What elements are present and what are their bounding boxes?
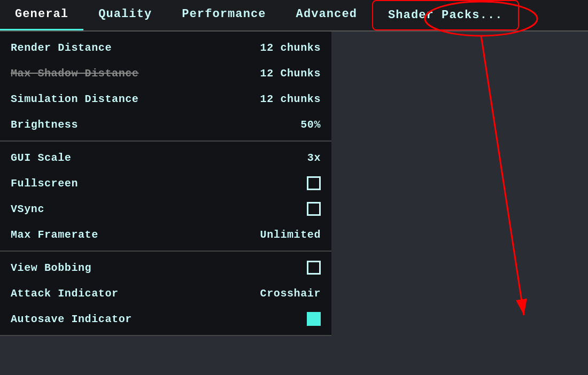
- label-autosave-indicator: Autosave Indicator: [11, 313, 132, 325]
- row-max-framerate[interactable]: Max Framerate Unlimited: [0, 222, 331, 247]
- label-max-shadow-distance: Max Shadow Distance: [11, 67, 138, 80]
- tabs-bar: General Quality Performance Advanced Sha…: [0, 0, 588, 32]
- checkbox-fullscreen[interactable]: [307, 176, 321, 190]
- checkbox-view-bobbing[interactable]: [307, 261, 321, 275]
- settings-panel: Render Distance 12 chunks Max Shadow Dis…: [0, 32, 331, 336]
- settings-group-render: Render Distance 12 chunks Max Shadow Dis…: [0, 32, 331, 142]
- value-max-framerate: Unlimited: [260, 229, 321, 241]
- tab-quality[interactable]: Quality: [83, 0, 167, 30]
- label-gui-scale: GUI Scale: [11, 152, 71, 164]
- value-simulation-distance: 12 chunks: [260, 93, 321, 105]
- label-vsync: VSync: [11, 203, 44, 215]
- main-container: General Quality Performance Advanced Sha…: [0, 0, 588, 375]
- tab-general[interactable]: General: [0, 0, 83, 30]
- row-vsync[interactable]: VSync: [0, 196, 331, 222]
- row-gui-scale[interactable]: GUI Scale 3x: [0, 145, 331, 170]
- tab-shader-packs[interactable]: Shader Packs...: [372, 0, 519, 30]
- label-fullscreen: Fullscreen: [11, 177, 78, 190]
- row-simulation-distance[interactable]: Simulation Distance 12 chunks: [0, 86, 331, 112]
- value-gui-scale: 3x: [307, 152, 321, 164]
- svg-line-1: [481, 36, 524, 315]
- label-simulation-distance: Simulation Distance: [11, 93, 138, 105]
- row-max-shadow-distance[interactable]: Max Shadow Distance 12 Chunks: [0, 60, 331, 86]
- tab-performance[interactable]: Performance: [167, 0, 281, 30]
- row-view-bobbing[interactable]: View Bobbing: [0, 255, 331, 280]
- label-attack-indicator: Attack Indicator: [11, 287, 119, 300]
- row-render-distance[interactable]: Render Distance 12 chunks: [0, 35, 331, 60]
- checkbox-autosave-indicator[interactable]: [307, 312, 321, 326]
- value-render-distance: 12 chunks: [260, 42, 321, 54]
- label-render-distance: Render Distance: [11, 42, 112, 54]
- row-brightness[interactable]: Brightness 50%: [0, 112, 331, 137]
- row-fullscreen[interactable]: Fullscreen: [0, 170, 331, 196]
- row-autosave-indicator[interactable]: Autosave Indicator: [0, 306, 331, 332]
- value-brightness: 50%: [300, 119, 321, 131]
- value-attack-indicator: Crosshair: [260, 287, 321, 300]
- settings-group-display: GUI Scale 3x Fullscreen VSync Max Framer…: [0, 142, 331, 252]
- row-attack-indicator[interactable]: Attack Indicator Crosshair: [0, 280, 331, 306]
- label-max-framerate: Max Framerate: [11, 229, 98, 241]
- tab-advanced[interactable]: Advanced: [281, 0, 372, 30]
- value-max-shadow-distance: 12 Chunks: [260, 67, 321, 80]
- checkbox-vsync[interactable]: [307, 202, 321, 216]
- label-brightness: Brightness: [11, 119, 78, 131]
- label-view-bobbing: View Bobbing: [11, 262, 91, 274]
- settings-group-misc: View Bobbing Attack Indicator Crosshair …: [0, 252, 331, 336]
